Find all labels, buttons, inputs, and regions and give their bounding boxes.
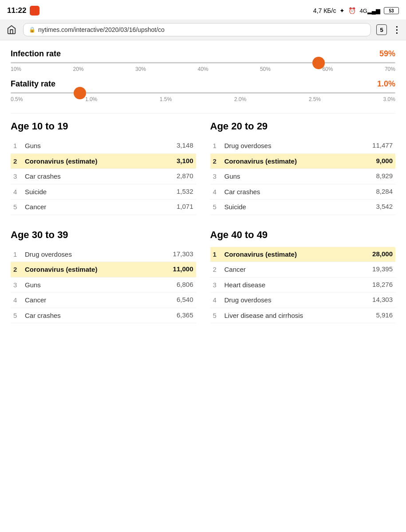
infection-rate-label: Infection rate — [11, 49, 61, 59]
age-groups-grid: Age 10 to 191Guns3,1482Coronavirus (esti… — [11, 121, 395, 337]
cause-row-0-1: 2Coronavirus (estimate)3,100 — [11, 154, 196, 169]
cause-name-2-1: Coronavirus (estimate) — [25, 265, 163, 274]
alarm-icon: ⏰ — [348, 7, 356, 14]
cause-row-2-1: 2Coronavirus (estimate)11,000 — [11, 262, 196, 278]
cause-name-2-0: Drug overdoses — [25, 250, 163, 259]
section-divider — [11, 113, 395, 113]
cause-value-3-2: 18,276 — [366, 281, 393, 288]
infection-rate-marks: 10% 20% 30% 40% 50% 60% 70% — [11, 66, 395, 72]
cause-name-2-2: Guns — [25, 281, 163, 289]
cause-rank-0-4: 5 — [13, 203, 21, 211]
cause-rank-3-1: 2 — [213, 265, 221, 273]
cause-rank-2-1: 2 — [13, 265, 21, 273]
cause-value-2-1: 11,000 — [167, 265, 193, 273]
cause-rank-0-2: 3 — [13, 172, 21, 180]
cause-row-1-0: 1Drug overdoses11,477 — [210, 138, 396, 154]
infection-rate-thumb[interactable] — [312, 57, 325, 69]
battery-icon: 53 — [384, 7, 399, 14]
cause-rank-3-2: 3 — [213, 281, 221, 289]
cause-value-0-1: 3,100 — [167, 157, 193, 164]
cause-name-2-4: Car crashes — [25, 311, 163, 320]
cause-name-0-4: Cancer — [25, 203, 163, 211]
infection-rate-track-container[interactable] — [11, 62, 395, 63]
cause-rank-1-1: 2 — [213, 157, 221, 165]
status-time: 11:22 — [7, 6, 26, 15]
url-text: nytimes.com/interactive/2020/03/16/upsho… — [38, 26, 165, 33]
age-title-1: Age 20 to 29 — [210, 121, 396, 132]
fatality-rate-label: Fatality rate — [11, 79, 55, 89]
cause-name-2-3: Cancer — [25, 296, 163, 305]
age-group-2: Age 30 to 391Drug overdoses17,3032Corona… — [11, 229, 196, 324]
infection-rate-value: 59% — [379, 49, 395, 59]
cause-row-0-3: 4Suicide1,532 — [11, 184, 196, 200]
cause-row-3-4: 5Liver disease and cirrhosis5,916 — [210, 308, 396, 324]
cause-row-3-1: 2Cancer19,395 — [210, 262, 396, 278]
fatality-rate-value: 1.0% — [377, 79, 395, 89]
cause-row-1-3: 4Car crashes8,284 — [210, 184, 396, 200]
sliders-section: Infection rate 59% 10% 20% 30% 40% 50% 6… — [11, 49, 395, 102]
cause-rank-2-3: 4 — [13, 296, 21, 304]
age-title-0: Age 10 to 19 — [11, 121, 196, 132]
cause-row-0-2: 3Car crashes2,870 — [11, 169, 196, 184]
cause-name-1-4: Suicide — [225, 203, 363, 211]
url-bar[interactable]: 🔒 nytimes.com/interactive/2020/03/16/ups… — [23, 23, 371, 36]
cause-name-3-4: Liver disease and cirrhosis — [225, 311, 363, 320]
fatality-rate-slider: Fatality rate 1.0% 0.5% 1.0% 1.5% 2.0% 2… — [11, 79, 395, 102]
cause-name-1-3: Car crashes — [225, 188, 363, 196]
cause-value-1-0: 11,477 — [366, 141, 393, 149]
status-right: 4,7 КБ/с ✦ ⏰ 4G▂▄▆ 53 — [313, 7, 399, 14]
cause-value-1-4: 3,542 — [366, 203, 393, 210]
cause-row-1-1: 2Coronavirus (estimate)9,000 — [210, 154, 396, 169]
cause-value-2-2: 6,806 — [167, 281, 193, 288]
cause-row-1-2: 3Guns8,929 — [210, 169, 396, 184]
cause-value-3-1: 19,395 — [366, 265, 393, 273]
cause-name-1-1: Coronavirus (estimate) — [225, 157, 363, 166]
cause-name-3-2: Heart disease — [225, 281, 363, 289]
infection-rate-track — [11, 62, 395, 63]
cause-rank-0-0: 1 — [13, 141, 21, 149]
lock-icon: 🔒 — [29, 27, 35, 33]
cause-rank-2-4: 5 — [13, 311, 21, 319]
tab-count[interactable]: 5 — [376, 24, 387, 35]
cause-rank-2-0: 1 — [13, 250, 21, 258]
signal-icon: 4G▂▄▆ — [359, 8, 380, 14]
cause-row-1-4: 5Suicide3,542 — [210, 200, 396, 215]
fatality-rate-track-container[interactable] — [11, 92, 395, 94]
fatality-rate-thumb[interactable] — [74, 87, 86, 99]
cause-row-0-0: 1Guns3,148 — [11, 138, 196, 154]
age-group-0: Age 10 to 191Guns3,1482Coronavirus (esti… — [11, 121, 196, 215]
network-speed: 4,7 КБ/с — [313, 7, 336, 14]
cause-name-1-0: Drug overdoses — [225, 141, 363, 150]
age-group-3: Age 40 to 491Coronavirus (estimate)28,00… — [210, 229, 396, 324]
cause-rank-1-4: 5 — [213, 203, 221, 211]
fatality-rate-marks: 0.5% 1.0% 1.5% 2.0% 2.5% 3.0% — [11, 96, 395, 102]
cause-value-1-3: 8,284 — [366, 188, 393, 195]
age-title-3: Age 40 to 49 — [210, 229, 396, 241]
cause-rank-0-3: 4 — [13, 188, 21, 196]
cause-value-1-1: 9,000 — [366, 157, 393, 164]
cause-name-1-2: Guns — [225, 172, 363, 181]
cause-value-0-3: 1,532 — [167, 188, 193, 195]
cause-value-1-2: 8,929 — [366, 172, 393, 180]
cause-value-2-0: 17,303 — [167, 250, 193, 258]
cause-rank-2-2: 3 — [13, 281, 21, 289]
browser-bar: 🔒 nytimes.com/interactive/2020/03/16/ups… — [0, 20, 406, 40]
cause-value-0-4: 1,071 — [167, 203, 193, 210]
cause-row-3-0: 1Coronavirus (estimate)28,000 — [210, 247, 396, 262]
cause-rank-1-0: 1 — [213, 141, 221, 149]
home-button[interactable] — [5, 23, 18, 36]
cause-row-2-3: 4Cancer6,540 — [11, 293, 196, 308]
age-title-2: Age 30 to 39 — [11, 229, 196, 241]
cause-value-3-0: 28,000 — [366, 250, 393, 258]
cause-rank-1-2: 3 — [213, 172, 221, 180]
cause-row-0-4: 5Cancer1,071 — [11, 200, 196, 215]
cause-row-2-0: 1Drug overdoses17,303 — [11, 247, 196, 262]
cause-name-0-0: Guns — [25, 141, 163, 150]
menu-button[interactable]: ⋮ — [392, 24, 401, 35]
app-icon — [30, 6, 39, 16]
cause-name-0-3: Suicide — [25, 188, 163, 196]
age-group-1: Age 20 to 291Drug overdoses11,4772Corona… — [210, 121, 396, 215]
cause-name-3-3: Drug overdoses — [225, 296, 363, 305]
cause-rank-0-1: 2 — [13, 157, 21, 165]
cause-value-3-4: 5,916 — [366, 311, 393, 319]
